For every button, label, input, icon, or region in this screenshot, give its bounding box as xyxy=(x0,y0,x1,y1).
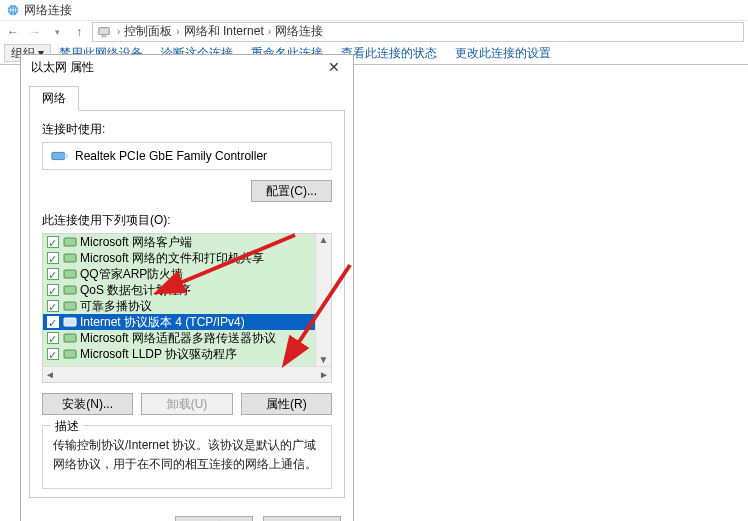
scroll-right-icon[interactable]: ► xyxy=(319,369,329,380)
list-item-label: Microsoft 网络客户端 xyxy=(80,234,192,250)
description-text: 传输控制协议/Internet 协议。该协议是默认的广域网络协议，用于在不同的相… xyxy=(53,436,321,474)
svg-rect-2 xyxy=(101,35,106,37)
checkbox[interactable] xyxy=(47,316,59,328)
list-item-label: Internet 协议版本 4 (TCP/IPv4) xyxy=(80,314,245,330)
close-button[interactable]: ✕ xyxy=(321,57,347,77)
description-group: 描述 传输控制协议/Internet 协议。该协议是默认的广域网络协议，用于在不… xyxy=(42,425,332,489)
svg-rect-5 xyxy=(64,238,76,246)
dialog-title: 以太网 属性 xyxy=(31,59,94,76)
vertical-scrollbar[interactable]: ▲ ▼ xyxy=(315,234,331,366)
list-item-label: QQ管家ARP防火墙 xyxy=(80,266,183,282)
nic-icon xyxy=(51,149,69,163)
list-item[interactable]: 可靠多播协议 xyxy=(43,298,315,314)
list-item-label: 可靠多播协议 xyxy=(80,298,152,314)
ok-button[interactable]: 确定 xyxy=(175,516,253,521)
list-item-label: Microsoft LLDP 协议驱动程序 xyxy=(80,346,237,362)
nav-forward-button[interactable]: → xyxy=(24,22,46,42)
nav-back-button[interactable]: ← xyxy=(2,22,24,42)
svg-rect-12 xyxy=(64,350,76,358)
svg-rect-8 xyxy=(64,286,76,294)
component-icon xyxy=(63,300,77,312)
checkbox[interactable] xyxy=(47,332,59,344)
configure-button[interactable]: 配置(C)... xyxy=(251,180,332,202)
component-icon xyxy=(63,332,77,344)
list-item[interactable]: Internet 协议版本 4 (TCP/IPv4) xyxy=(43,314,315,330)
network-icon xyxy=(6,3,20,17)
component-icon xyxy=(63,236,77,248)
breadcrumb-seg[interactable]: 控制面板 xyxy=(122,23,174,40)
uninstall-button: 卸载(U) xyxy=(141,393,232,415)
components-listbox[interactable]: Microsoft 网络客户端Microsoft 网络的文件和打印机共享QQ管家… xyxy=(42,233,332,383)
window-titlebar: 网络连接 xyxy=(0,0,748,20)
list-item[interactable]: Microsoft 网络的文件和打印机共享 xyxy=(43,250,315,266)
window-title: 网络连接 xyxy=(24,2,72,19)
chevron-right-icon: › xyxy=(174,26,181,37)
connect-using-label: 连接时使用: xyxy=(42,121,332,138)
address-row: ← → ▾ ↑ › 控制面板 › 网络和 Internet › 网络连接 xyxy=(0,20,748,42)
cancel-button[interactable]: 取消 xyxy=(263,516,341,521)
scroll-down-icon[interactable]: ▼ xyxy=(319,354,329,366)
chevron-right-icon: › xyxy=(266,26,273,37)
checkbox[interactable] xyxy=(47,348,59,360)
nav-up-button[interactable]: ↑ xyxy=(68,22,90,42)
svg-rect-3 xyxy=(52,152,65,159)
tabstrip: 网络 xyxy=(21,79,353,110)
breadcrumb[interactable]: › 控制面板 › 网络和 Internet › 网络连接 xyxy=(92,22,744,42)
svg-rect-7 xyxy=(64,270,76,278)
scroll-left-icon[interactable]: ◄ xyxy=(45,369,55,380)
component-icon xyxy=(63,316,77,328)
list-item[interactable]: QQ管家ARP防火墙 xyxy=(43,266,315,282)
breadcrumb-seg[interactable]: 网络和 Internet xyxy=(182,23,266,40)
svg-rect-6 xyxy=(64,254,76,262)
list-item[interactable]: QoS 数据包计划程序 xyxy=(43,282,315,298)
tab-pane: 连接时使用: Realtek PCIe GbE Family Controlle… xyxy=(29,110,345,498)
list-item[interactable]: Microsoft 网络客户端 xyxy=(43,234,315,250)
install-button[interactable]: 安装(N)... xyxy=(42,393,133,415)
toolbar-link[interactable]: 查看此连接的状态 xyxy=(341,45,437,62)
svg-rect-9 xyxy=(64,302,76,310)
svg-rect-1 xyxy=(99,27,110,34)
component-icon xyxy=(63,268,77,280)
adapter-box: Realtek PCIe GbE Family Controller xyxy=(42,142,332,170)
checkbox[interactable] xyxy=(47,252,59,264)
checkbox[interactable] xyxy=(47,300,59,312)
dialog-titlebar[interactable]: 以太网 属性 ✕ xyxy=(21,55,353,79)
list-item[interactable]: Microsoft LLDP 协议驱动程序 xyxy=(43,346,315,362)
checkbox[interactable] xyxy=(47,284,59,296)
list-item-label: Microsoft 网络适配器多路传送器协议 xyxy=(80,330,276,346)
description-legend: 描述 xyxy=(51,418,83,435)
list-item-label: Microsoft 网络的文件和打印机共享 xyxy=(80,250,264,266)
svg-rect-11 xyxy=(64,334,76,342)
toolbar-link[interactable]: 更改此连接的设置 xyxy=(455,45,551,62)
horizontal-scrollbar[interactable]: ◄ ► xyxy=(43,366,331,382)
checkbox[interactable] xyxy=(47,236,59,248)
items-label: 此连接使用下列项目(O): xyxy=(42,212,332,229)
chevron-right-icon: › xyxy=(115,26,122,37)
scroll-up-icon[interactable]: ▲ xyxy=(319,234,329,246)
pc-icon xyxy=(97,25,111,39)
adapter-name: Realtek PCIe GbE Family Controller xyxy=(75,149,267,163)
svg-rect-10 xyxy=(64,318,76,326)
checkbox[interactable] xyxy=(47,268,59,280)
component-icon xyxy=(63,284,77,296)
nav-recent-button[interactable]: ▾ xyxy=(46,22,68,42)
list-item-label: QoS 数据包计划程序 xyxy=(80,282,191,298)
svg-rect-4 xyxy=(65,154,69,158)
ethernet-properties-dialog: 以太网 属性 ✕ 网络 连接时使用: Realtek PCIe GbE Fami… xyxy=(20,54,354,521)
list-item[interactable]: Microsoft 网络适配器多路传送器协议 xyxy=(43,330,315,346)
tab-network[interactable]: 网络 xyxy=(29,86,79,111)
properties-button[interactable]: 属性(R) xyxy=(241,393,332,415)
component-icon xyxy=(63,252,77,264)
breadcrumb-seg[interactable]: 网络连接 xyxy=(273,23,325,40)
dialog-button-row: 确定 取消 xyxy=(21,506,353,521)
component-icon xyxy=(63,348,77,360)
